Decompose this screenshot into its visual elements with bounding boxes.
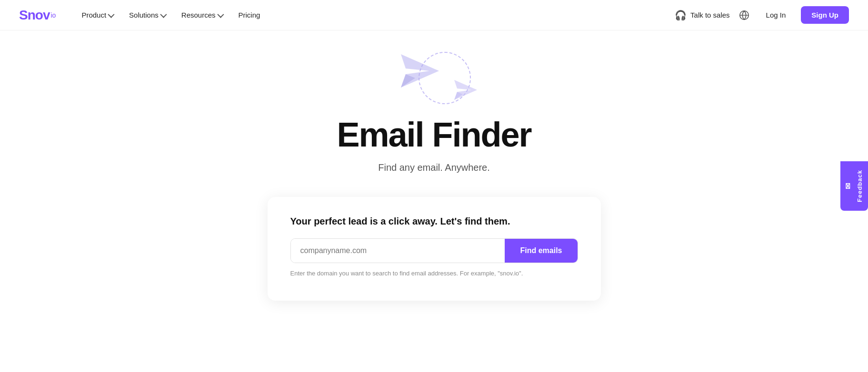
chevron-down-icon	[217, 11, 224, 18]
feedback-container: ✉ Feedback	[840, 161, 868, 211]
card-heading: Your perfect lead is a click away. Let's…	[290, 216, 578, 227]
search-row: Find emails	[290, 238, 578, 263]
headphone-icon: 🎧	[675, 10, 687, 21]
hint-text: Enter the domain you want to search to f…	[290, 270, 578, 277]
hero-subtitle: Find any email. Anywhere.	[378, 162, 490, 173]
nav-product[interactable]: Product	[75, 7, 120, 23]
logo[interactable]: Snovio	[19, 8, 56, 23]
talk-to-sales-link[interactable]: 🎧 Talk to sales	[675, 10, 730, 21]
nav-links: Product Solutions Resources Pricing	[75, 7, 675, 23]
find-emails-button[interactable]: Find emails	[505, 239, 577, 263]
domain-input[interactable]	[291, 239, 505, 263]
search-card: Your perfect lead is a click away. Let's…	[268, 197, 601, 301]
nav-pricing[interactable]: Pricing	[232, 7, 267, 23]
hero-illustration	[382, 49, 487, 107]
hero-section: Email Finder Find any email. Anywhere. Y…	[0, 30, 868, 301]
sign-up-button[interactable]: Sign Up	[801, 6, 849, 24]
nav-right: 🎧 Talk to sales Log In Sign Up	[675, 6, 849, 24]
mail-icon: ✉	[844, 183, 853, 189]
navbar: Snovio Product Solutions Resources Prici…	[0, 0, 868, 30]
feedback-label: Feedback	[856, 170, 863, 202]
chevron-down-icon	[160, 11, 167, 18]
paper-plane-small-icon	[454, 80, 477, 102]
logo-io-text: io	[50, 11, 56, 19]
feedback-button[interactable]: ✉ Feedback	[840, 161, 868, 211]
hero-title: Email Finder	[337, 116, 531, 154]
nav-resources[interactable]: Resources	[175, 7, 229, 23]
logo-snov-text: Snov	[19, 8, 50, 23]
chevron-down-icon	[108, 11, 114, 18]
log-in-button[interactable]: Log In	[758, 7, 794, 23]
nav-solutions[interactable]: Solutions	[122, 7, 172, 23]
globe-icon[interactable]	[738, 9, 751, 22]
paper-plane-large-icon	[401, 54, 439, 89]
